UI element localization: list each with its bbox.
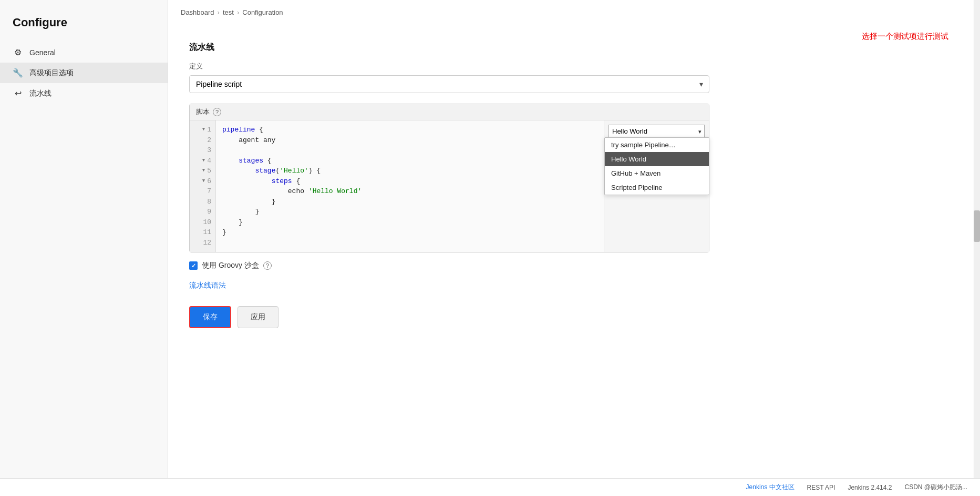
groovy-sandbox-checkbox[interactable] [189,261,198,270]
sidebar-item-advanced[interactable]: 🔧 高级项目选项 [0,63,168,83]
breadcrumb-sep-1: › [218,8,220,16]
sidebar-item-general[interactable]: ⚙ General [0,42,168,63]
script-right-panel: Hello World try sample Pipeline… GitHub … [604,120,709,252]
line-12: 12 [194,238,211,248]
definition-dropdown[interactable]: Pipeline script [189,75,709,93]
line-9: 9 [194,207,211,217]
groovy-sandbox-label: 使用 Groovy 沙盒 [202,261,259,270]
script-editor-area: 脚本 ? ▼1 2 3 ▼4 ▼5 ▼6 7 8 9 [189,104,709,252]
sample-item-hello-world[interactable]: Hello World [605,152,709,166]
breadcrumb-dashboard[interactable]: Dashboard [181,8,214,16]
main-content: Dashboard › test › Configuration 选择一个测试项… [168,0,980,496]
breadcrumb: Dashboard › test › Configuration [181,8,283,16]
pipeline-icon: ↩ [13,88,23,98]
sidebar-item-label-general: General [29,48,56,57]
breadcrumb-configuration: Configuration [242,8,283,16]
sidebar-item-label-pipeline: 流水线 [29,89,51,98]
definition-dropdown-wrapper: Pipeline script ▾ [189,75,709,93]
line-5: ▼5 [194,166,211,176]
line-2: 2 [194,135,211,146]
line-3: 3 [194,145,211,156]
line-7: 7 [194,186,211,197]
scrollbar-thumb[interactable] [974,210,980,242]
sample-item-github-maven[interactable]: GitHub + Maven [605,166,709,180]
footer-jenkins-link[interactable]: Jenkins 中文社区 [746,483,795,492]
footer: Jenkins 中文社区 REST API Jenkins 2.414.2 CS… [0,478,980,496]
line-8: 8 [194,197,211,207]
definition-label: 定义 [189,62,959,71]
apply-button[interactable]: 应用 [238,306,278,328]
script-help-icon[interactable]: ? [213,108,221,116]
button-row: 保存 应用 [189,306,959,328]
groovy-sandbox-row: 使用 Groovy 沙盒 ? [189,261,709,270]
sample-item-try[interactable]: try sample Pipeline… [605,138,709,152]
pipeline-syntax-link[interactable]: 流水线语法 [189,281,959,290]
line-11: 11 [194,227,211,238]
sidebar-item-pipeline[interactable]: ↩ 流水线 [0,83,168,104]
line-6: ▼6 [194,176,211,187]
script-label-row: 脚本 ? [190,104,709,120]
page-title: Configure [0,11,168,42]
footer-csdn: CSDN @碳烤小肥汤... [904,483,967,492]
gear-icon: ⚙ [13,47,23,57]
sidebar-item-label-advanced: 高级项目选项 [29,68,74,78]
script-label: 脚本 [196,107,210,117]
breadcrumb-test[interactable]: test [223,8,234,16]
wrench-icon: 🔧 [13,68,23,78]
code-editor-row: ▼1 2 3 ▼4 ▼5 ▼6 7 8 9 10 11 12 pipel [190,120,709,252]
line-numbers: ▼1 2 3 ▼4 ▼5 ▼6 7 8 9 10 11 12 [190,120,216,252]
sample-select-wrapper: Hello World try sample Pipeline… GitHub … [608,125,705,138]
line-10: 10 [194,217,211,228]
sample-pipeline-dropdown[interactable]: Hello World try sample Pipeline… GitHub … [608,125,705,138]
sidebar: Configure ⚙ General 🔧 高级项目选项 ↩ 流水线 [0,0,168,496]
line-1: ▼1 [194,125,211,135]
breadcrumb-sep-2: › [237,8,239,16]
footer-version: Jenkins 2.414.2 [848,484,892,491]
code-content[interactable]: pipeline { agent any stages { stage('Hel… [216,120,604,252]
code-editor[interactable]: ▼1 2 3 ▼4 ▼5 ▼6 7 8 9 10 11 12 pipel [190,120,604,252]
groovy-help-icon[interactable]: ? [263,261,272,270]
line-4: ▼4 [194,156,211,166]
hint-text: 选择一个测试项进行测试 [862,32,948,42]
footer-rest-api[interactable]: REST API [807,484,835,491]
scrollbar-track [974,0,980,496]
sample-item-scripted[interactable]: Scripted Pipeline [605,180,709,195]
save-button[interactable]: 保存 [189,306,231,328]
sample-dropdown-popup: try sample Pipeline… Hello World GitHub … [604,137,709,195]
pipeline-section-title: 流水线 [189,42,959,53]
